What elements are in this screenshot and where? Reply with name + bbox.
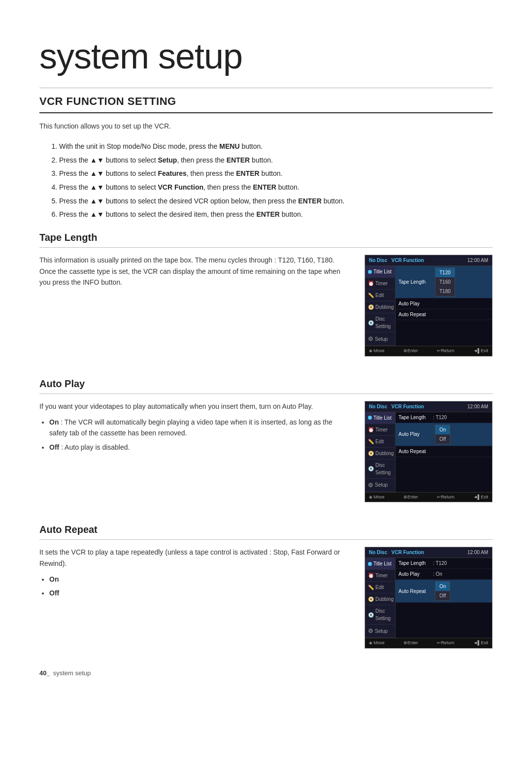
auto-repeat-bullets: On Off	[49, 574, 350, 599]
ap-row-auto-play: Auto Play On Off	[396, 423, 492, 446]
row-label-autorepeat: Auto Repeat	[399, 311, 433, 318]
tape-length-description: This information is usually printed on t…	[39, 255, 350, 288]
tape-length-title: Tape Length	[39, 230, 493, 248]
footer-move: ◈ Move	[369, 348, 385, 355]
auto-repeat-bullet-on: On	[49, 574, 350, 585]
step-3: Press the ▲▼ buttons to select Features,…	[59, 168, 493, 179]
ar-sidebar-edit: ✏️ Edit	[365, 582, 395, 593]
step-1: With the unit in Stop mode/No Disc mode,…	[59, 141, 493, 152]
ar-submenu-off: Off	[435, 591, 450, 600]
ar-label-autoplay: Auto Play	[399, 570, 433, 578]
ar-footer-return: ↩Return	[437, 640, 454, 647]
intro-text: This function allows you to set up the V…	[39, 121, 493, 132]
submenu-t120: T120	[435, 268, 455, 277]
auto-play-title: Auto Play	[39, 376, 493, 394]
page-footer: 40_ system setup	[39, 668, 493, 678]
ap-sidebar-timer: ⏰ Timer	[365, 424, 395, 436]
ar-label-autorepeat: Auto Repeat	[399, 588, 433, 595]
screen-sidebar: Title List ⏰ Timer ✏️ Edit 📀 Dubbing 💿	[365, 266, 396, 346]
ap-sidebar-dubbing: 📀 Dubbing	[365, 448, 395, 460]
auto-repeat-bullet-off: Off	[49, 588, 350, 598]
submenu-t160: T160	[435, 277, 455, 287]
tape-length-submenu: T120 T160 T180	[435, 267, 455, 296]
screen-header-right: 12:00 AM	[467, 257, 488, 264]
auto-repeat-screen: No Disc VCR Function 12:00 AM Title List…	[365, 547, 493, 649]
page-container: system setup VCR FUNCTION SETTING This f…	[0, 0, 532, 707]
auto-play-screen: No Disc VCR Function 12:00 AM Title List…	[365, 401, 493, 503]
sidebar-edit: ✏️ Edit	[365, 290, 395, 301]
auto-repeat-section: Auto Repeat It sets the VCR to play a ta…	[39, 522, 493, 649]
screen-menu: Title List ⏰ Timer ✏️ Edit 📀 Dubbing 💿	[365, 266, 492, 346]
auto-play-text: If you want your videotapes to play auto…	[39, 401, 350, 456]
sidebar-dubbing: 📀 Dubbing	[365, 301, 395, 313]
screen-header: No Disc VCR Function 12:00 AM	[365, 255, 492, 266]
section-title: VCR FUNCTION SETTING	[39, 93, 493, 113]
ap-screen-main: Tape Length : T120 Auto Play On Off Auto…	[396, 412, 492, 492]
sidebar-timer: ⏰ Timer	[365, 278, 395, 290]
ar-label-tape: Tape Length	[399, 560, 433, 567]
ar-header-right: 12:00 AM	[467, 549, 488, 556]
ar-screen-sidebar: Title List ⏰ Timer ✏️ Edit 📀 Dubbing 💿	[365, 558, 396, 638]
ap-header-left: No Disc VCR Function	[369, 403, 424, 410]
auto-repeat-text: It sets the VCR to play a tape repeatedl…	[39, 547, 350, 602]
ap-submenu: On Off	[435, 425, 450, 444]
ar-submenu: On Off	[435, 581, 450, 601]
ar-screen-main: Tape Length : T120 Auto Play : On Auto R…	[396, 558, 492, 638]
ap-footer-move: ◈ Move	[369, 494, 385, 501]
ap-footer-enter: ⊕Enter	[403, 494, 418, 501]
ar-footer-exit: ◄▌Exit	[473, 640, 488, 647]
sidebar-disc-setting: 💿 Disc Setting	[365, 313, 395, 332]
ar-val-autoplay: : On	[433, 570, 442, 578]
ap-label-autorepeat: Auto Repeat	[399, 448, 433, 455]
ap-header-right: 12:00 AM	[467, 403, 488, 410]
page-number: 40_	[39, 668, 50, 678]
ap-screen-sidebar: Title List ⏰ Timer ✏️ Edit 📀 Dubbing 💿	[365, 412, 396, 492]
sidebar-setup: ⚙ Setup	[365, 332, 395, 346]
ap-screen-header: No Disc VCR Function 12:00 AM	[365, 401, 492, 412]
footer-exit: ◄▌Exit	[473, 348, 488, 355]
ap-screen-footer: ◈ Move ⊕Enter ↩Return ◄▌Exit	[365, 492, 492, 502]
ap-submenu-on: On	[435, 425, 450, 434]
auto-play-bullet-on: On : The VCR will automatically begin pl…	[49, 417, 350, 439]
ar-sidebar-setup: ⚙ Setup	[365, 625, 395, 638]
ap-footer-exit: ◄▌Exit	[473, 494, 488, 501]
ap-footer-return: ↩Return	[437, 494, 454, 501]
ap-val-tape: : T120	[433, 414, 447, 421]
ap-submenu-off: Off	[435, 434, 450, 444]
submenu-t180: T180	[435, 287, 455, 296]
page-footer-label: system setup	[53, 668, 91, 678]
tape-length-section: Tape Length This information is usually …	[39, 230, 493, 357]
screen-header-left: No Disc VCR Function	[369, 257, 424, 264]
tape-length-screen: No Disc VCR Function 12:00 AM Title List…	[365, 255, 493, 357]
ar-row-auto-play: Auto Play : On	[396, 569, 492, 580]
auto-play-content: If you want your videotapes to play auto…	[39, 401, 493, 503]
ar-footer-enter: ⊕Enter	[403, 640, 418, 647]
screen-row-auto-repeat: Auto Repeat	[396, 309, 492, 320]
ap-sidebar-setup: ⚙ Setup	[365, 479, 395, 492]
ar-sidebar-dubbing: 📀 Dubbing	[365, 593, 395, 605]
footer-return: ↩Return	[437, 348, 454, 355]
screen-main: Tape Length T120 T160 T180 Auto Play Aut…	[396, 266, 492, 346]
tape-length-content: This information is usually printed on t…	[39, 255, 493, 357]
screen-footer: ◈ Move ⊕Enter ↩Return ◄▌Exit	[365, 346, 492, 356]
sidebar-title-list: Title List	[365, 266, 395, 278]
auto-play-bullets: On : The VCR will automatically begin pl…	[49, 417, 350, 453]
ar-header-left: No Disc VCR Function	[369, 549, 424, 556]
step-2: Press the ▲▼ buttons to select Setup, th…	[59, 155, 493, 166]
ap-label-autoplay: Auto Play	[399, 430, 433, 438]
ar-val-tape: : T120	[433, 560, 447, 567]
auto-play-bullet-off: Off : Auto play is disabled.	[49, 442, 350, 453]
ap-sidebar-title-list: Title List	[365, 412, 395, 424]
ar-screen-header: No Disc VCR Function 12:00 AM	[365, 547, 492, 558]
footer-enter: ⊕Enter	[403, 348, 418, 355]
steps-list: With the unit in Stop mode/No Disc mode,…	[59, 141, 493, 220]
auto-repeat-content: It sets the VCR to play a tape repeatedl…	[39, 547, 493, 649]
ar-submenu-on: On	[435, 582, 450, 591]
ap-row-tape-length: Tape Length : T120	[396, 412, 492, 423]
auto-play-section: Auto Play If you want your videotapes to…	[39, 376, 493, 503]
step-5: Press the ▲▼ buttons to select the desir…	[59, 196, 493, 207]
ar-screen-footer: ◈ Move ⊕Enter ↩Return ◄▌Exit	[365, 638, 492, 648]
ap-label-tape: Tape Length	[399, 414, 433, 421]
auto-repeat-description: It sets the VCR to play a tape repeatedl…	[39, 547, 350, 569]
ar-row-tape-length: Tape Length : T120	[396, 558, 492, 569]
